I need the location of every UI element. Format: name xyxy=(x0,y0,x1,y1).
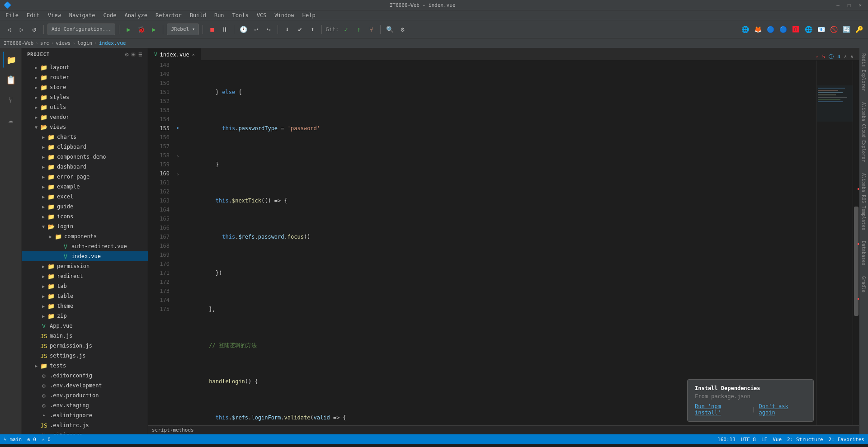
plugin-icon-1[interactable]: 📧 xyxy=(816,24,826,35)
vcs-push-button[interactable]: ⬆ xyxy=(307,24,318,35)
tree-item-router[interactable]: ▶ 📁 router xyxy=(22,72,148,82)
tree-item-tests[interactable]: ▶ 📁 tests xyxy=(22,361,148,371)
menu-file[interactable]: File xyxy=(2,11,22,19)
menu-edit[interactable]: Edit xyxy=(23,11,43,19)
plugin-icon-4[interactable]: 🔑 xyxy=(854,24,864,35)
vcs-update-button[interactable]: ⬇ xyxy=(282,24,292,35)
breadcrumb-file[interactable]: index.vue xyxy=(99,40,126,46)
tree-item-eslintignore[interactable]: • .eslintignore xyxy=(22,410,148,420)
status-line-ending[interactable]: LF xyxy=(761,437,767,442)
panel-redis-explorer[interactable]: Redis Explorer xyxy=(860,48,867,97)
notification-run-npm[interactable]: Run 'npm install' xyxy=(695,403,748,416)
tree-item-error-page[interactable]: ▶ 📁 error-page xyxy=(22,172,148,182)
status-errors[interactable]: ⊗ 0 xyxy=(27,437,36,442)
tree-item-login[interactable]: ▼ 📂 login xyxy=(22,221,148,231)
status-language[interactable]: Vue xyxy=(773,437,782,442)
status-favorites[interactable]: 2: Favorites xyxy=(829,437,864,442)
tree-item-views[interactable]: ▼ 📂 views xyxy=(22,122,148,132)
panel-gradle[interactable]: Gradle xyxy=(860,271,867,298)
back-button[interactable]: ◁ xyxy=(4,24,14,35)
plugin-icon-3[interactable]: 🔄 xyxy=(841,24,852,35)
refresh-button[interactable]: ↺ xyxy=(29,24,40,35)
git-status-branch[interactable]: ⑂ xyxy=(366,24,377,35)
search-everywhere-button[interactable]: 🔍 xyxy=(384,24,395,35)
status-structure[interactable]: 2: Structure xyxy=(787,437,823,442)
tree-item-components-demo[interactable]: ▶ 📁 components-demo xyxy=(22,152,148,162)
tree-item-vendor[interactable]: ▶ 📁 vendor xyxy=(22,112,148,122)
tree-item-theme[interactable]: ▶ 📁 theme xyxy=(22,301,148,311)
breadcrumb-login[interactable]: login xyxy=(77,40,92,46)
history-button[interactable]: 🕐 xyxy=(238,24,249,35)
git-status-up[interactable]: ↑ xyxy=(353,24,364,35)
sidebar-gear-icon[interactable]: ≡ xyxy=(138,51,142,58)
tree-item-env-prod[interactable]: ⚙ .env.production xyxy=(22,391,148,400)
tree-item-charts[interactable]: ▶ 📁 charts xyxy=(22,132,148,142)
scroll-down-icon[interactable]: ∨ xyxy=(850,54,854,60)
vcs-commit-button[interactable]: ✔ xyxy=(294,24,305,35)
breadcrumb-views[interactable]: views xyxy=(56,40,71,46)
redo-button[interactable]: ↪ xyxy=(263,24,274,35)
run-button[interactable]: ▶ xyxy=(123,24,134,35)
tree-item-example[interactable]: ▶ 📁 example xyxy=(22,182,148,192)
browser-safari[interactable]: 🔵 xyxy=(778,24,788,35)
undo-button[interactable]: ↩ xyxy=(250,24,261,35)
activity-pull-requests[interactable]: ⑂ xyxy=(3,91,19,108)
menu-analyze[interactable]: Analyze xyxy=(121,11,151,19)
tree-item-env-staging[interactable]: ⚙ .env.staging xyxy=(22,400,148,410)
code-editor[interactable]: 148 149 150 151 152 153 154 155 156 157 … xyxy=(148,61,853,425)
debug-button[interactable]: 🐞 xyxy=(136,24,146,35)
scrollbar-thumb[interactable] xyxy=(854,207,859,316)
tree-item-excel[interactable]: ▶ 📁 excel xyxy=(22,192,148,202)
panel-alibaba-cloud[interactable]: Alibaba Cloud Explorer xyxy=(860,97,867,167)
run-profile-button[interactable]: JRebel ▾ xyxy=(167,24,199,35)
status-git-branch[interactable]: ⑂ main xyxy=(4,437,22,442)
tree-item-components[interactable]: ▶ 📁 components xyxy=(22,231,148,241)
run-coverage-button[interactable]: ▶ xyxy=(148,24,159,35)
tree-item-env-dev[interactable]: ⚙ .env.development xyxy=(22,381,148,391)
menu-code[interactable]: Code xyxy=(100,11,120,19)
maximize-button[interactable]: □ xyxy=(845,2,854,8)
menu-help[interactable]: Help xyxy=(299,11,319,19)
add-configuration-button[interactable]: Add Configuration... xyxy=(47,24,115,35)
menu-view[interactable]: View xyxy=(44,11,65,19)
activity-cloud-explorer[interactable]: ☁ xyxy=(3,111,19,127)
panel-alibaba-ros[interactable]: Alibaba ROS Templates xyxy=(860,168,867,235)
sidebar-settings-icon[interactable]: ⚙ xyxy=(125,51,129,58)
panel-databases[interactable]: Databases xyxy=(860,235,867,271)
tab-close-index-vue[interactable]: ✕ xyxy=(192,52,195,57)
menu-window[interactable]: Window xyxy=(271,11,297,19)
stop-button[interactable]: ■ xyxy=(207,24,217,35)
activity-project[interactable]: 📁 xyxy=(3,52,19,68)
activity-commit[interactable]: 📋 xyxy=(3,71,19,88)
tree-item-layout[interactable]: ▶ 📁 layout xyxy=(22,62,148,72)
browser-chrome[interactable]: 🌐 xyxy=(740,24,750,35)
editor-scrollbar[interactable] xyxy=(853,61,859,425)
breadcrumb-src[interactable]: src xyxy=(40,40,49,46)
tree-item-eslintrc[interactable]: JS .eslintrc.js xyxy=(22,420,148,430)
browser-opera[interactable]: 🅾 xyxy=(790,24,801,35)
tree-item-redirect[interactable]: ▶ 📁 redirect xyxy=(22,271,148,281)
close-button[interactable]: ✕ xyxy=(856,2,864,8)
menu-refactor[interactable]: Refactor xyxy=(152,11,185,19)
sidebar-layout-icon[interactable]: ⊞ xyxy=(132,51,136,58)
breadcrumb-project[interactable]: IT6666-Web xyxy=(4,40,33,46)
scroll-up-icon[interactable]: ∧ xyxy=(844,54,847,60)
tree-item-app-vue[interactable]: V App.vue xyxy=(22,321,148,331)
menu-tools[interactable]: Tools xyxy=(229,11,252,19)
tree-item-icons[interactable]: ▶ 📁 icons xyxy=(22,212,148,221)
tab-index-vue[interactable]: V index.vue ✕ xyxy=(148,48,201,60)
tree-item-settings-js[interactable]: JS settings.js xyxy=(22,351,148,361)
tree-item-auth-redirect[interactable]: V auth-redirect.vue xyxy=(22,241,148,251)
tree-item-store[interactable]: ▶ 📁 store xyxy=(22,82,148,92)
tree-item-dashboard[interactable]: ▶ 📁 dashboard xyxy=(22,162,148,172)
tree-item-tab[interactable]: ▶ 📁 tab xyxy=(22,281,148,291)
tree-item-guide[interactable]: ▶ 📁 guide xyxy=(22,202,148,212)
menu-vcs[interactable]: VCS xyxy=(253,11,270,19)
notification-dont-ask[interactable]: Don't ask again xyxy=(759,403,806,416)
forward-button[interactable]: ▷ xyxy=(16,24,27,35)
tree-item-permission[interactable]: ▶ 📁 permission xyxy=(22,261,148,271)
browser-yandex[interactable]: 🌐 xyxy=(803,24,814,35)
tree-item-main-js[interactable]: JS main.js xyxy=(22,331,148,341)
browser-firefox[interactable]: 🦊 xyxy=(752,24,763,35)
menu-navigate[interactable]: Navigate xyxy=(66,11,99,19)
